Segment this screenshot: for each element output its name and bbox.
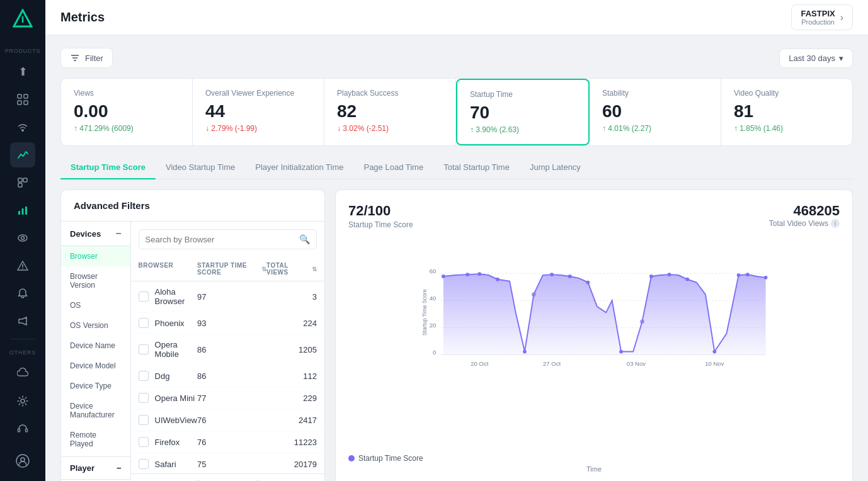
tab-jump-latency[interactable]: Jump Latency <box>520 156 591 179</box>
content-area: Filter Last 30 days ▾ Views 0.00 ↑ 471.2… <box>45 35 868 481</box>
filter-item-device-type[interactable]: Device Type <box>61 376 130 396</box>
table-row[interactable]: UIWebView 76 2417 <box>131 409 324 431</box>
megaphone-icon[interactable] <box>10 308 35 334</box>
filter-item-browser-version[interactable]: Browser Version <box>61 266 130 295</box>
search-box: 🔍 <box>139 229 317 249</box>
row-checkbox[interactable] <box>139 291 149 302</box>
date-filter-button[interactable]: Last 30 days ▾ <box>779 48 853 68</box>
browser-table: BROWSER STARTUP TIME SCORE ⇅ TOTAL VIEWS… <box>131 257 324 473</box>
metric-value-ove: 44 <box>205 101 311 122</box>
eye-icon[interactable] <box>10 225 35 251</box>
filter-item-os[interactable]: OS <box>61 295 130 315</box>
filter-button[interactable]: Filter <box>60 48 113 68</box>
browser-score: 76 <box>197 438 266 447</box>
player-collapse-icon[interactable]: − <box>117 463 122 473</box>
metric-value-stability: 60 <box>602 101 708 122</box>
grid-icon[interactable] <box>10 87 35 112</box>
browser-views: 20179 <box>266 460 317 469</box>
svg-point-53 <box>685 278 689 281</box>
settings-icon[interactable] <box>10 388 35 414</box>
row-checkbox[interactable] <box>139 415 149 425</box>
tab-page-load[interactable]: Page Load Time <box>353 156 433 179</box>
metric-card-views[interactable]: Views 0.00 ↑ 471.29% (6009) <box>61 79 193 145</box>
sidebar: PRODUCTS ⬆ OTHERS <box>0 0 45 481</box>
svg-point-49 <box>619 350 623 354</box>
svg-point-43 <box>496 278 500 281</box>
sort-views-icon[interactable]: ⇅ <box>312 266 317 273</box>
svg-point-14 <box>21 237 25 240</box>
filter-bar: Filter Last 30 days ▾ <box>60 48 853 68</box>
chart-bar-icon[interactable] <box>10 198 35 223</box>
sort-score-icon[interactable]: ⇅ <box>261 266 267 273</box>
filter-item-device-name[interactable]: Device Name <box>61 336 130 356</box>
alert-icon[interactable] <box>10 253 35 278</box>
tab-player-init[interactable]: Player Initialization Time <box>245 156 353 179</box>
metric-label-views: Views <box>74 89 180 98</box>
browser-score: 86 <box>197 345 266 354</box>
metric-card-playback[interactable]: Playback Success 82 ↓ 3.02% (-2.51) <box>324 79 456 145</box>
browser-views: 224 <box>266 319 317 328</box>
filter-item-os-version[interactable]: OS Version <box>61 315 130 336</box>
devices-collapse-icon[interactable]: − <box>115 228 121 239</box>
layers-icon[interactable] <box>10 170 35 195</box>
info-icon[interactable]: i <box>831 219 840 228</box>
browser-table-panel: 🔍 BROWSER STARTUP TIME SCORE ⇅ TOTAL <box>131 222 324 481</box>
browser-score: 77 <box>197 393 266 403</box>
product-switcher-button[interactable]: FASTPIX Production › <box>791 4 853 30</box>
table-row[interactable]: Firefox 76 11223 <box>131 431 324 453</box>
upload-icon[interactable]: ⬆ <box>10 59 35 84</box>
row-checkbox[interactable] <box>139 393 149 403</box>
devices-group-header: Devices − <box>61 222 130 246</box>
row-checkbox[interactable] <box>139 371 149 381</box>
table-row[interactable]: Aloha Browser 97 3 <box>131 281 324 312</box>
browser-views: 3 <box>266 292 317 302</box>
table-row[interactable]: Safari 75 20179 <box>131 453 324 473</box>
others-label: OTHERS <box>0 349 45 356</box>
row-checkbox[interactable] <box>139 459 149 469</box>
table-row[interactable]: Opera Mobile 86 1205 <box>131 334 324 365</box>
tab-startup-score[interactable]: Startup Time Score <box>60 156 156 179</box>
svg-rect-8 <box>23 178 27 182</box>
wifi-icon[interactable] <box>10 115 35 140</box>
filter-item-browser[interactable]: Browser <box>61 246 130 266</box>
svg-rect-7 <box>18 178 22 182</box>
metric-card-startup[interactable]: Startup Time 70 ↑ 3.90% (2.63) <box>456 79 590 145</box>
metric-card-ove[interactable]: Overall Viewer Experience 44 ↓ 2.79% (-1… <box>193 79 324 145</box>
cloud-icon[interactable] <box>10 361 35 386</box>
svg-rect-12 <box>25 207 27 215</box>
row-checkbox[interactable] <box>139 437 149 447</box>
analytics-icon[interactable] <box>10 142 35 167</box>
metric-card-quality[interactable]: Video Quality 81 ↑ 1.85% (1.46) <box>721 79 852 145</box>
time-axis-label: Time <box>348 465 840 473</box>
chart-views-section: 468205 Total Video Views i <box>769 203 840 229</box>
search-input[interactable] <box>146 235 295 244</box>
row-checkbox[interactable] <box>139 344 149 354</box>
svg-text:60: 60 <box>430 268 437 274</box>
row-checkbox[interactable] <box>139 318 149 328</box>
tab-total-startup[interactable]: Total Startup Time <box>433 156 520 179</box>
svg-text:20 Oct: 20 Oct <box>471 360 488 367</box>
filter-item-device-manufacturer[interactable]: Device Manufacturer <box>61 396 130 425</box>
metric-cards: Views 0.00 ↑ 471.29% (6009) Overall View… <box>60 78 853 146</box>
table-row[interactable]: Ddg 86 112 <box>131 365 324 387</box>
browser-score: 86 <box>197 371 266 381</box>
bell-icon[interactable] <box>10 281 35 306</box>
chevron-down-icon: ▾ <box>839 54 843 63</box>
browser-views: 1205 <box>266 345 317 354</box>
filter-item-remote-played[interactable]: Remote Played <box>61 425 130 454</box>
chart-views-label: Total Video Views i <box>769 219 840 228</box>
user-avatar[interactable] <box>10 448 35 473</box>
metric-card-stability[interactable]: Stability 60 ↑ 4.01% (2.27) <box>590 79 721 145</box>
product-info: FASTPIX Production <box>801 9 835 26</box>
table-row[interactable]: Opera Mini 77 229 <box>131 387 324 409</box>
table-row[interactable]: Phoenix 93 224 <box>131 312 324 334</box>
filter-item-device-model[interactable]: Device Model <box>61 356 130 376</box>
browser-views: 112 <box>266 371 317 381</box>
metric-label-ove: Overall Viewer Experience <box>205 89 311 98</box>
tab-video-startup[interactable]: Video Startup Time <box>156 156 245 179</box>
svg-point-55 <box>737 273 741 277</box>
svg-point-6 <box>21 129 24 132</box>
svg-rect-10 <box>18 211 20 215</box>
headphones-icon[interactable] <box>10 416 35 441</box>
chart-score-label: Startup Time Score <box>348 220 413 229</box>
